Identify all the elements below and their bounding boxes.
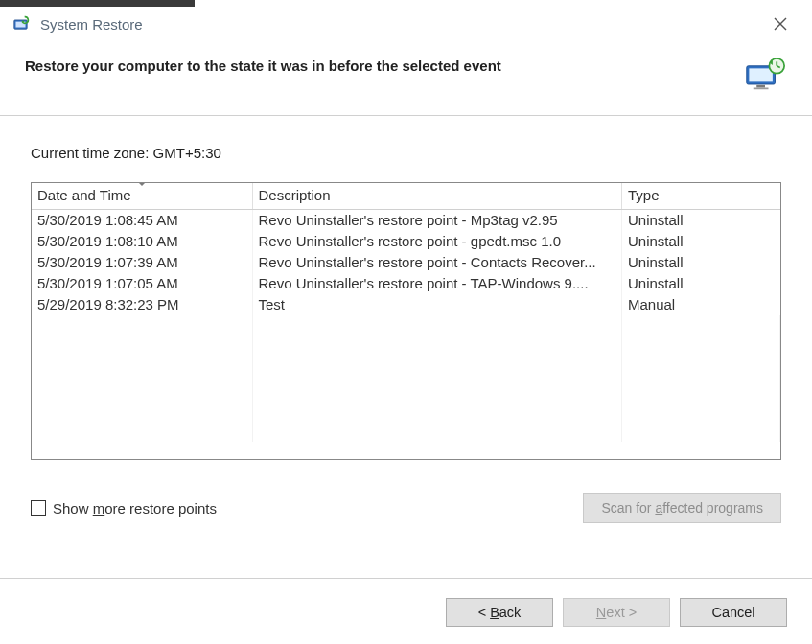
checkbox-icon [31, 500, 46, 516]
table-row[interactable]: 5/30/2019 1:07:05 AMRevo Uninstaller's r… [32, 273, 780, 294]
sort-descending-icon [137, 182, 147, 186]
table-row-empty [32, 315, 780, 336]
column-header-description[interactable]: Description [252, 183, 622, 210]
next-button: Next > [563, 598, 670, 627]
table-row-empty [32, 357, 780, 379]
svg-rect-6 [749, 68, 773, 81]
cell-type: Uninstall [622, 231, 780, 252]
cell-type: Uninstall [622, 252, 780, 273]
table-row-empty [32, 421, 780, 442]
timezone-label: Current time zone: GMT+5:30 [31, 145, 781, 161]
table-row-empty [32, 336, 780, 357]
show-more-restore-points-checkbox[interactable]: Show more restore points [31, 500, 217, 517]
table-row[interactable]: 5/30/2019 1:08:10 AMRevo Uninstaller's r… [32, 231, 780, 252]
window-title: System Restore [40, 16, 143, 33]
table-row[interactable]: 5/30/2019 1:08:45 AMRevo Uninstaller's r… [32, 210, 780, 231]
cancel-button[interactable]: Cancel [680, 598, 787, 627]
restore-points-table[interactable]: Date and Time Description Type 5/30/2019… [31, 182, 781, 460]
title-bar: System Restore [0, 0, 812, 38]
page-heading: Restore your computer to the state it wa… [25, 58, 745, 74]
close-button[interactable] [774, 17, 793, 36]
cell-datetime: 5/30/2019 1:08:10 AM [32, 231, 252, 252]
cell-type: Uninstall [622, 210, 780, 231]
cell-description: Test [252, 294, 622, 315]
cell-type: Manual [622, 294, 780, 315]
column-header-type[interactable]: Type [622, 183, 780, 210]
cell-datetime: 5/30/2019 1:07:05 AM [32, 273, 252, 294]
cell-type: Uninstall [622, 273, 780, 294]
cell-datetime: 5/30/2019 1:08:45 AM [32, 210, 252, 231]
back-button[interactable]: < Back [446, 598, 553, 627]
table-row-empty [32, 379, 780, 400]
show-more-restore-points-label: Show more restore points [53, 500, 217, 517]
restore-monitor-icon [745, 58, 785, 92]
cell-datetime: 5/30/2019 1:07:39 AM [32, 252, 252, 273]
svg-rect-7 [756, 85, 765, 88]
table-row-empty [32, 400, 780, 421]
column-header-datetime[interactable]: Date and Time [32, 183, 252, 210]
wizard-footer-buttons: < Back Next > Cancel [446, 598, 787, 627]
scan-affected-programs-button: Scan for affected programs [583, 493, 781, 523]
system-restore-icon [13, 15, 33, 33]
cell-description: Revo Uninstaller's restore point - TAP-W… [252, 273, 622, 294]
column-header-datetime-label: Date and Time [37, 187, 131, 203]
cell-description: Revo Uninstaller's restore point - gpedt… [252, 231, 622, 252]
cell-datetime: 5/29/2019 8:32:23 PM [32, 294, 252, 315]
cell-description: Revo Uninstaller's restore point - Mp3ta… [252, 210, 622, 231]
cell-description: Revo Uninstaller's restore point - Conta… [252, 252, 622, 273]
footer-divider [0, 578, 812, 579]
table-row[interactable]: 5/30/2019 1:07:39 AMRevo Uninstaller's r… [32, 252, 780, 273]
table-row[interactable]: 5/29/2019 8:32:23 PMTestManual [32, 294, 780, 315]
svg-rect-8 [754, 88, 769, 90]
